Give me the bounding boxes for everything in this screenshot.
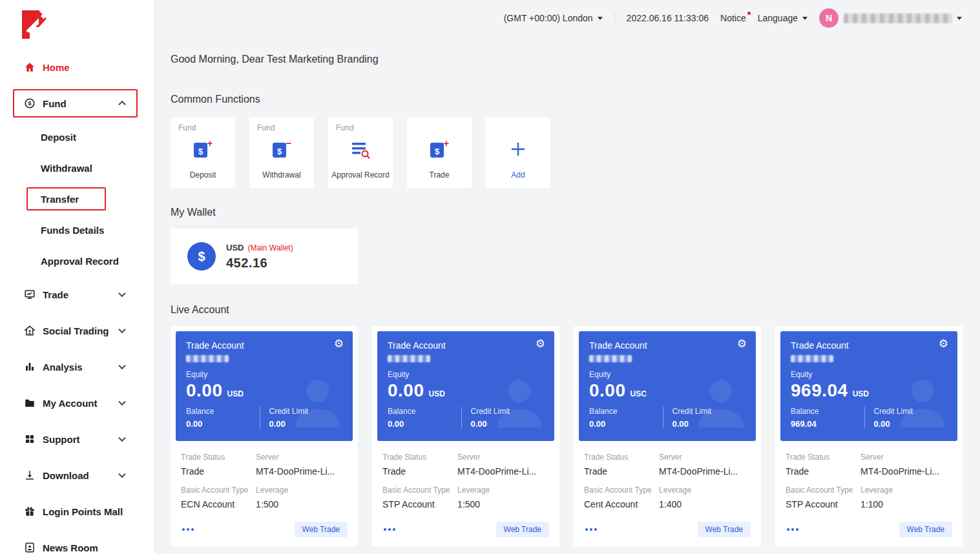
- web-trade-button[interactable]: Web Trade: [698, 522, 751, 537]
- more-actions-icon[interactable]: [786, 526, 800, 533]
- svg-text:+: +: [207, 138, 213, 149]
- chevron-down-icon: [598, 17, 603, 20]
- common-functions-title: Common Functions: [171, 94, 980, 105]
- server-label: Server: [860, 453, 952, 462]
- language-label: Language: [758, 13, 798, 23]
- svg-text:−: −: [286, 138, 292, 149]
- sidebar-item-trade[interactable]: Trade: [0, 276, 154, 313]
- trade-account-card-4: Trade Account ⚙ Equity 969.04 USD Balanc…: [775, 326, 963, 546]
- brand-logo-icon: [19, 9, 48, 40]
- balance-label: Balance: [388, 407, 461, 416]
- sidebar-item-download[interactable]: Download: [0, 457, 154, 493]
- gear-icon[interactable]: ⚙: [536, 338, 545, 349]
- trade-status-label: Trade Status: [181, 453, 256, 462]
- sidebar-item-label: Withdrawal: [41, 163, 92, 174]
- chevron-down-icon: [118, 290, 125, 297]
- sidebar-item-analysis[interactable]: Analysis: [0, 349, 154, 385]
- equity-currency: USD: [853, 389, 869, 398]
- wallet-info: USD (Main Wallet) 452.16: [226, 243, 293, 271]
- web-trade-button[interactable]: Web Trade: [496, 522, 549, 537]
- gear-icon[interactable]: ⚙: [737, 338, 747, 349]
- trade-status-label: Trade Status: [786, 453, 860, 462]
- trade-status-value: Trade: [584, 466, 659, 477]
- svg-text:$: $: [435, 147, 440, 156]
- sidebar-item-withdrawal[interactable]: Withdrawal: [0, 152, 154, 183]
- sidebar-item-news-room[interactable]: News Room: [0, 529, 154, 554]
- support-icon: [23, 433, 36, 446]
- sidebar-item-label: Transfer: [41, 194, 79, 205]
- user-menu[interactable]: N: [819, 8, 962, 28]
- timezone-dropdown[interactable]: (GMT +00:00) London: [504, 13, 603, 23]
- chevron-down-icon: [118, 398, 125, 405]
- more-actions-icon[interactable]: [181, 526, 195, 533]
- trade-account-card-title: Trade Account: [589, 340, 745, 351]
- balance-value: 0.00: [589, 419, 663, 429]
- sidebar-item-deposit[interactable]: Deposit: [0, 121, 154, 152]
- credit-limit-value: 0.00: [672, 419, 746, 429]
- gear-icon[interactable]: ⚙: [334, 338, 344, 349]
- balance-value: 969.04: [791, 419, 864, 429]
- sidebar-item-approval-record[interactable]: Approval Record: [0, 245, 154, 276]
- chevron-up-icon: [118, 101, 125, 108]
- common-functions-row: Fund $+ Deposit Fund $− Withdrawal Fund …: [171, 118, 980, 188]
- quick-action-label: Add: [486, 170, 550, 180]
- more-actions-icon[interactable]: [584, 526, 598, 533]
- brand-logo[interactable]: [0, 0, 154, 49]
- leverage-value: 1:100: [860, 499, 952, 509]
- live-account-title: Live Account: [171, 304, 980, 316]
- credit-limit-label: Credit Limit: [672, 407, 746, 416]
- sidebar-item-transfer[interactable]: Transfer: [0, 183, 154, 214]
- sidebar-item-login-points-mall[interactable]: Login Points Mall: [0, 493, 154, 529]
- more-actions-icon[interactable]: [382, 526, 397, 533]
- quick-action-approval-record[interactable]: Fund Approval Record: [328, 118, 393, 188]
- quick-action-category: Fund: [336, 123, 353, 132]
- quick-action-category: Fund: [178, 123, 196, 132]
- credit-limit-label: Credit Limit: [874, 407, 948, 416]
- server-label: Server: [457, 453, 549, 462]
- trade-account-card-2: Trade Account ⚙ Equity 0.00 USD Balance …: [372, 326, 559, 546]
- sidebar-item-home[interactable]: Home: [0, 49, 154, 85]
- trade-account-card-title: Trade Account: [186, 340, 342, 351]
- quick-action-category: Fund: [257, 123, 275, 132]
- my-wallet-title: My Wallet: [171, 207, 980, 218]
- quick-action-withdrawal[interactable]: Fund $− Withdrawal: [249, 118, 314, 188]
- notice-label: Notice: [720, 13, 746, 23]
- server-value: MT4-DooPrime-Li...: [256, 466, 348, 477]
- trade-status-label: Trade Status: [382, 453, 457, 462]
- server-value: MT4-DooPrime-Li...: [659, 466, 751, 477]
- chevron-down-icon: [118, 471, 125, 478]
- web-trade-button[interactable]: Web Trade: [295, 522, 348, 537]
- language-dropdown[interactable]: Language: [758, 13, 808, 23]
- gear-icon[interactable]: ⚙: [939, 338, 948, 349]
- quick-action-deposit[interactable]: Fund $+ Deposit: [171, 118, 235, 188]
- leverage-label: Leverage: [860, 486, 952, 495]
- topbar-divider: [614, 14, 615, 23]
- sidebar-item-label: Download: [43, 470, 89, 481]
- server-value: MT4-DooPrime-Li...: [860, 466, 952, 477]
- quick-action-trade[interactable]: $+ Trade: [407, 118, 472, 188]
- account-id-blurred: [388, 355, 430, 362]
- sidebar-item-social-trading[interactable]: Social Trading: [0, 313, 154, 349]
- chevron-down-icon: [118, 326, 125, 333]
- download-icon: [23, 469, 36, 482]
- web-trade-button[interactable]: Web Trade: [899, 522, 952, 537]
- chevron-down-icon: [118, 362, 125, 369]
- basic-account-type-label: Basic Account Type: [181, 486, 256, 495]
- wallet-main-tag: (Main Wallet): [247, 243, 293, 252]
- sidebar-item-my-account[interactable]: My Account: [0, 385, 154, 421]
- sidebar-item-label: Social Trading: [43, 325, 109, 336]
- main-content: (GMT +00:00) London 2022.06.16 11:33:06 …: [155, 0, 980, 554]
- sidebar-item-label: Support: [43, 434, 80, 445]
- sidebar-item-funds-details[interactable]: Funds Details: [0, 214, 154, 245]
- notice-button[interactable]: Notice: [720, 13, 746, 23]
- sidebar-item-label: Approval Record: [41, 256, 119, 267]
- quick-action-add[interactable]: Add: [486, 118, 550, 188]
- trade-account-header: Trade Account ⚙ Equity 0.00 USC Balance …: [579, 331, 756, 441]
- sidebar-item-fund[interactable]: $ Fund: [0, 85, 154, 121]
- leverage-label: Leverage: [659, 486, 751, 495]
- quick-action-label: Trade: [407, 170, 472, 180]
- sidebar-item-support[interactable]: Support: [0, 421, 154, 457]
- trade-account-details: Trade Status Trade Server MT4-DooPrime-L…: [176, 441, 353, 541]
- basic-account-type-value: STP Account: [786, 499, 860, 509]
- withdrawal-icon: $−: [249, 138, 314, 160]
